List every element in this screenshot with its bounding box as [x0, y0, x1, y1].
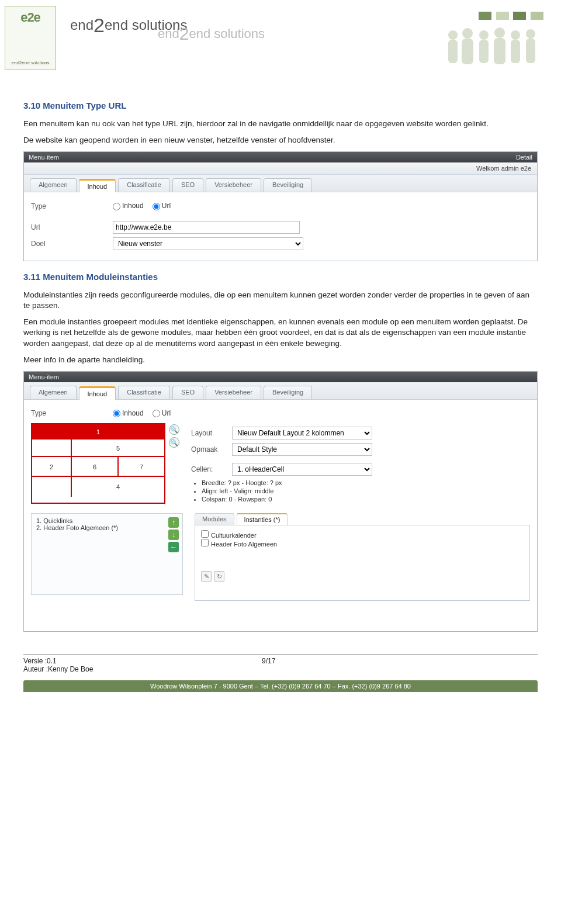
- para-3-10-a: Een menuitem kan nu ook van het type URL…: [23, 119, 538, 129]
- svg-point-8: [511, 30, 520, 40]
- cell-2[interactable]: 2: [32, 457, 72, 476]
- instances-panel: Modules Instanties (*) Cultuurkalender H…: [195, 513, 530, 601]
- radio2-inhoud[interactable]: [113, 410, 120, 417]
- cell-2-lower[interactable]: [32, 477, 72, 497]
- panel1-body: Type Inhoud Url Url Doel Nieuw venster: [24, 192, 537, 260]
- layout-select[interactable]: Nieuw Default Layout 2 kolommen: [232, 427, 372, 439]
- tab-versiebeheer[interactable]: Versiebeheer: [206, 178, 261, 192]
- tab2-algemeen[interactable]: Algemeen: [30, 386, 77, 399]
- instance-row-2[interactable]: Header Foto Algemeen: [201, 539, 524, 548]
- type-label: Type: [31, 202, 113, 210]
- type-radio-group: Inhoud Url: [113, 202, 178, 210]
- radio-inhoud-text: Inhoud: [122, 202, 144, 210]
- radio-url[interactable]: [153, 203, 160, 210]
- cellen-select[interactable]: 1. oHeaderCell: [232, 463, 372, 476]
- instance-label-2: Header Foto Algemeen: [211, 541, 277, 548]
- footer-address-bar: Woodrow Wilsonplein 7 - 9000 Gent – Tel.…: [23, 680, 538, 692]
- radio2-url-label[interactable]: Url: [153, 409, 171, 417]
- people-silhouette: [444, 25, 543, 65]
- refresh-icon[interactable]: ↻: [214, 571, 224, 582]
- edit-icon[interactable]: ✎: [201, 571, 212, 582]
- zoom-in-icon[interactable]: 🔍: [169, 424, 179, 435]
- auteur-label: Auteur :: [23, 665, 48, 673]
- header-color-boxes: [476, 12, 543, 22]
- svg-rect-5: [479, 40, 489, 63]
- svg-rect-9: [511, 40, 520, 63]
- radio-url-label[interactable]: Url: [153, 202, 171, 210]
- layout-cell-grid[interactable]: 1 5 2 6 7 4: [31, 423, 165, 504]
- radio2-url[interactable]: [153, 410, 160, 417]
- reorder-buttons: ↑ ↓ ←: [168, 517, 179, 552]
- cell-6[interactable]: 6: [72, 457, 119, 476]
- bullet-3: Colspan: 0 - Rowspan: 0: [202, 496, 372, 503]
- cell-7[interactable]: 7: [119, 457, 164, 476]
- move-up-icon[interactable]: ↑: [168, 517, 179, 528]
- heading-3-10: 3.10 Menuitem Type URL: [23, 101, 538, 110]
- type2-label: Type: [31, 409, 113, 417]
- versie-label: Versie :: [23, 657, 47, 665]
- selected-modules-list: 1. Quicklinks 2. Header Foto Algemeen (*…: [31, 513, 183, 595]
- tab2-beveiliging[interactable]: Beveiliging: [264, 386, 312, 399]
- cell-5[interactable]: 5: [72, 439, 164, 456]
- instance-label-1: Cultuurkalender: [211, 532, 257, 539]
- box-2: [496, 12, 509, 20]
- svg-point-2: [462, 28, 473, 39]
- sel-item-1[interactable]: 1. Quicklinks: [36, 517, 178, 524]
- url-input[interactable]: [113, 221, 300, 234]
- tab2-classificatie[interactable]: Classificatie: [118, 386, 170, 399]
- radio-inhoud-label[interactable]: Inhoud: [113, 202, 144, 210]
- tab-classificatie[interactable]: Classificatie: [118, 178, 170, 192]
- svg-rect-3: [462, 39, 473, 64]
- radio2-url-text: Url: [162, 409, 171, 417]
- url-label: Url: [31, 223, 113, 231]
- panel1-titlebar: Menu-item Detail: [24, 152, 537, 162]
- doel-select[interactable]: Nieuw venster: [113, 237, 303, 250]
- brand-watermark-2: end2end solutions: [158, 22, 265, 42]
- cell-1[interactable]: 1: [32, 424, 164, 439]
- move-back-icon[interactable]: ←: [168, 542, 179, 552]
- cell-4[interactable]: 4: [72, 477, 164, 497]
- screenshot-menuitem-url: Menu-item Detail Welkom admin e2e Algeme…: [23, 151, 538, 261]
- tab-algemeen[interactable]: Algemeen: [30, 178, 77, 192]
- radio-inhoud[interactable]: [113, 203, 120, 210]
- type2-radio-group: Inhoud Url: [113, 409, 178, 417]
- opmaak-select[interactable]: Default Style: [232, 443, 372, 456]
- svg-point-0: [448, 30, 458, 40]
- para-3-11-c: Meer info in de aparte handleiding.: [23, 355, 538, 365]
- tab-inhoud[interactable]: Inhoud: [79, 179, 116, 192]
- svg-rect-11: [526, 39, 535, 63]
- doel-label: Doel: [31, 240, 113, 248]
- tab2-inhoud[interactable]: Inhoud: [79, 386, 116, 400]
- para-3-10-b: De website kan geopend worden in een nie…: [23, 135, 538, 146]
- cell-2-upper[interactable]: [32, 439, 72, 456]
- svg-point-6: [494, 27, 505, 38]
- instances-list: Cultuurkalender Header Foto Algemeen ✎ ↻: [195, 525, 530, 601]
- panel1-title-right: Detail: [516, 154, 532, 161]
- para-3-11-b: Een module instanties groepeert modules …: [23, 317, 538, 349]
- brand2-a: end: [158, 26, 179, 41]
- instance-chk-1[interactable]: [201, 530, 209, 538]
- subtab-instanties[interactable]: Instanties (*): [237, 513, 288, 525]
- auteur-value: Kenny De Boe: [48, 665, 93, 673]
- heading-3-11: 3.11 Menuitem Moduleinstanties: [23, 272, 538, 282]
- move-down-icon[interactable]: ↓: [168, 530, 179, 540]
- subtab-modules[interactable]: Modules: [195, 513, 234, 525]
- instance-row-1[interactable]: Cultuurkalender: [201, 530, 524, 539]
- instance-toolbar: ✎ ↻: [201, 571, 524, 582]
- brand1-b: 2: [94, 14, 105, 36]
- tab-beveiliging[interactable]: Beveiliging: [264, 178, 312, 192]
- layout-form: Layout Nieuw Default Layout 2 kolommen O…: [191, 423, 372, 504]
- panel1-tabs: Algemeen Inhoud Classificatie SEO Versie…: [24, 175, 537, 192]
- zoom-reset-icon[interactable]: 🔍: [169, 437, 179, 448]
- layout-label: Layout: [191, 429, 232, 437]
- tab2-seo[interactable]: SEO: [172, 386, 203, 399]
- logo-text-bottom: end2end solutions: [5, 60, 56, 65]
- tab-seo[interactable]: SEO: [172, 178, 203, 192]
- logo-box: e2e end2end solutions: [5, 6, 56, 70]
- opmaak-label: Opmaak: [191, 445, 232, 454]
- tab2-versiebeheer[interactable]: Versiebeheer: [206, 386, 261, 399]
- sel-item-2[interactable]: 2. Header Foto Algemeen (*): [36, 524, 178, 531]
- page-number: 9/17: [262, 657, 275, 665]
- instance-chk-2[interactable]: [201, 539, 209, 546]
- radio2-inhoud-label[interactable]: Inhoud: [113, 409, 144, 417]
